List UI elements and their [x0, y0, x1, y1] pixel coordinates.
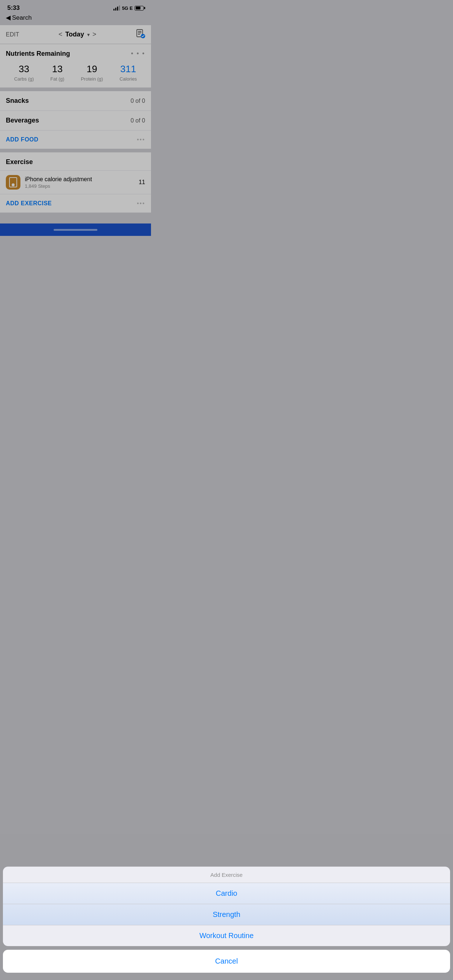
action-sheet-overlay: Add Exercise Cardio Strength Workout Rou…: [0, 0, 151, 327]
